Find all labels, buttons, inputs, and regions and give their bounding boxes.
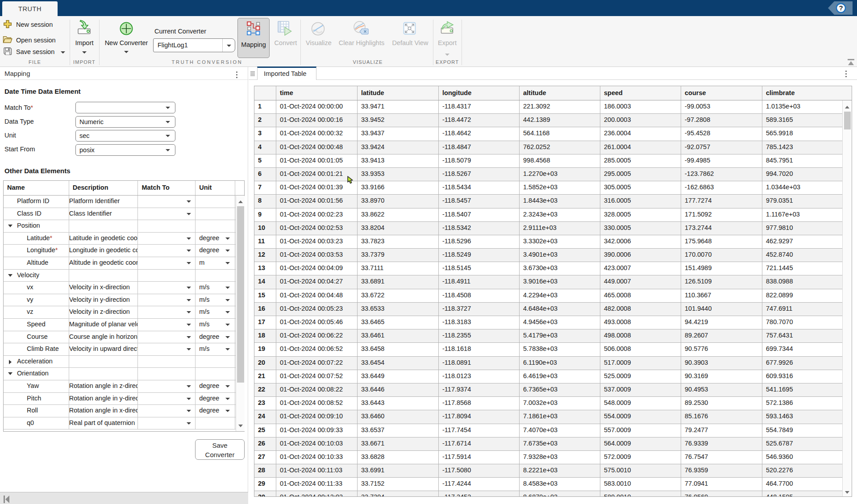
svg-text:?: ? bbox=[839, 4, 843, 12]
